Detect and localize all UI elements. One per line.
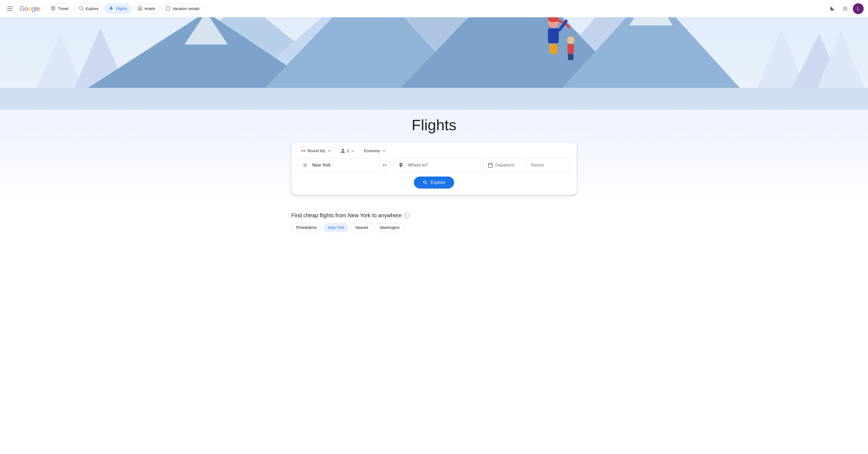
- chip-new-york[interactable]: New York: [323, 223, 348, 232]
- explore-btn-container: Explore: [298, 176, 570, 189]
- apps-button[interactable]: [840, 3, 850, 14]
- hero-section: Flights Round trip: [0, 18, 868, 204]
- svg-rect-29: [0, 88, 868, 109]
- search-icon: [423, 180, 428, 185]
- hero-illustration: [0, 18, 868, 109]
- departure-field: [484, 158, 527, 172]
- nav-tab-travel[interactable]: Travel: [46, 3, 73, 14]
- svg-marker-28: [629, 18, 673, 26]
- explore-icon: [79, 6, 84, 12]
- chip-washington[interactable]: Washington: [375, 223, 404, 232]
- nav-tab-vacation[interactable]: Vacation rentals: [161, 3, 204, 14]
- destination-input[interactable]: [404, 158, 480, 172]
- svg-rect-33: [550, 43, 553, 54]
- destination-field: [394, 158, 480, 172]
- person-icon: [340, 148, 345, 153]
- svg-rect-37: [567, 44, 574, 54]
- search-container: Round trip 1 Economy: [285, 142, 583, 204]
- svg-rect-34: [553, 43, 557, 54]
- destination-icon: [394, 162, 404, 168]
- swap-button[interactable]: [379, 160, 390, 171]
- avatar[interactable]: L: [853, 3, 864, 14]
- svg-rect-43: [488, 163, 492, 167]
- svg-point-41: [303, 163, 307, 167]
- search-box: Round trip 1 Economy: [291, 142, 577, 195]
- cheap-flights-section: Find cheap flights from New York to anyw…: [285, 213, 583, 232]
- chevron-down-icon: [327, 148, 332, 153]
- passengers-button[interactable]: 1: [337, 147, 359, 155]
- header-left: Google Travel: [4, 3, 204, 14]
- nav-tab-hotels[interactable]: Hotels: [133, 3, 160, 14]
- chevron-down-icon-3: [382, 148, 386, 153]
- search-options: Round trip 1 Economy: [298, 147, 570, 155]
- dark-mode-button[interactable]: [827, 3, 838, 14]
- chip-newark[interactable]: Newark: [351, 223, 373, 232]
- svg-line-3: [82, 9, 83, 10]
- google-logo[interactable]: Google: [20, 5, 40, 12]
- departure-input[interactable]: [495, 158, 522, 172]
- return-input[interactable]: [531, 158, 565, 172]
- trip-type-button[interactable]: Round trip: [298, 147, 335, 155]
- round-trip-icon: [301, 148, 306, 153]
- nav-tab-flights[interactable]: Flights: [104, 3, 131, 14]
- svg-rect-38: [568, 54, 571, 60]
- chip-philadelphia[interactable]: Philadelphia: [291, 223, 321, 232]
- return-field: [527, 158, 570, 172]
- header: Google Travel: [0, 0, 868, 18]
- svg-point-1: [53, 7, 54, 8]
- svg-point-36: [567, 36, 575, 44]
- hotels-icon: [137, 6, 143, 12]
- origin-icon: [298, 162, 308, 168]
- explore-button[interactable]: Explore: [414, 176, 454, 189]
- chevron-down-icon-2: [350, 148, 355, 153]
- vacation-icon: [165, 6, 170, 12]
- svg-rect-39: [571, 54, 574, 60]
- origin-field: [298, 158, 385, 172]
- cabin-class-button[interactable]: Economy: [361, 147, 390, 155]
- origin-input[interactable]: [308, 158, 384, 172]
- travel-icon: [51, 6, 56, 12]
- nav-tabs: Travel Explore Flights: [46, 3, 204, 14]
- search-fields: [298, 158, 570, 172]
- cheap-flights-title: Find cheap flights from New York to anyw…: [291, 213, 577, 219]
- svg-point-40: [305, 165, 306, 166]
- hamburger-menu[interactable]: [4, 3, 15, 14]
- date-group: [483, 158, 570, 172]
- svg-point-2: [79, 6, 83, 9]
- destination-chips: Philadelphia New York Newark Washington: [291, 223, 577, 232]
- flights-icon: [109, 6, 114, 12]
- calendar-icon: [488, 162, 493, 168]
- nav-tab-explore[interactable]: Explore: [74, 3, 103, 14]
- svg-rect-32: [548, 28, 559, 43]
- hero-title: Flights: [0, 109, 868, 142]
- header-right: L: [827, 3, 864, 14]
- info-icon[interactable]: i: [404, 213, 409, 218]
